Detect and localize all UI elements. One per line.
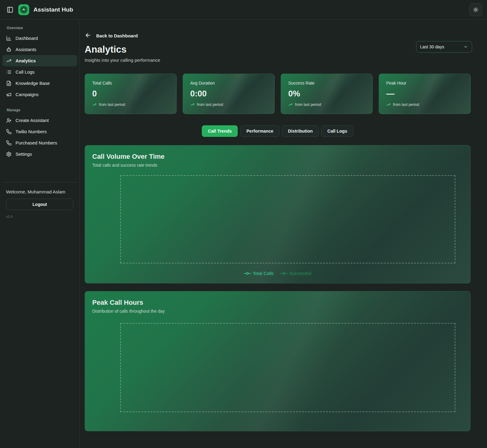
line-dot-legend-icon: [244, 272, 251, 275]
sidebar-item-label: Analytics: [16, 58, 36, 63]
sidebar-item-purchased-numbers[interactable]: Purchased Numbers: [2, 137, 77, 148]
trending-up-icon: [288, 102, 293, 107]
tab-call-trends[interactable]: Call Trends: [202, 125, 238, 137]
stat-card-total-calls: Total Calls 0 from last period: [85, 74, 177, 114]
app-title: Assistant Hub: [33, 6, 73, 13]
stat-card-peak-hour: Peak Hour — from last period: [379, 74, 471, 114]
stat-label: Avg Duration: [190, 81, 267, 85]
sidebar-item-label: Knowledge Base: [16, 81, 50, 86]
sidebar-section-manage: Manage: [2, 106, 77, 115]
phone-icon: [6, 140, 12, 146]
stat-value: 0: [92, 89, 169, 99]
panel-left-icon: [7, 6, 13, 13]
stat-label: Success Rate: [288, 81, 365, 85]
stat-footer-text: from last period: [295, 102, 321, 107]
panel-title: Call Volume Over Time: [92, 153, 463, 161]
file-text-icon: [6, 81, 12, 86]
megaphone-icon: [6, 92, 12, 97]
sidebar-item-dashboard[interactable]: Dashboard: [2, 33, 77, 44]
call-volume-panel: Call Volume Over Time Total calls and su…: [85, 145, 471, 283]
tab-distribution[interactable]: Distribution: [282, 125, 319, 137]
main-content: Back to Dashboard Analytics Insights int…: [80, 20, 487, 448]
sidebar-item-call-logs[interactable]: Call Logs: [2, 66, 77, 78]
analytics-tabs: Call Trends Performance Distribution Cal…: [85, 125, 471, 137]
peak-call-hours-panel: Peak Call Hours Distribution of calls th…: [85, 291, 471, 431]
sidebar: Overview Dashboard Assistants Analytics …: [0, 20, 80, 448]
legend-item-total-calls[interactable]: Total Calls: [244, 271, 274, 276]
stat-value: 0:00: [190, 89, 267, 99]
tab-performance[interactable]: Performance: [240, 125, 279, 137]
page-subtitle: Insights into your calling performance: [85, 57, 471, 63]
arrow-left-icon[interactable]: [85, 32, 92, 39]
date-range-value: Last 30 days: [420, 44, 444, 49]
trending-up-icon: [386, 102, 391, 107]
app-logo: [18, 4, 29, 15]
bot-icon: [6, 47, 12, 52]
sidebar-section-overview: Overview: [2, 24, 77, 33]
sidebar-item-settings[interactable]: Settings: [2, 148, 77, 160]
stat-value: —: [386, 89, 463, 99]
list-icon: [6, 69, 12, 75]
sidebar-item-label: Assistants: [16, 47, 36, 52]
back-to-dashboard[interactable]: Back to Dashboard: [85, 32, 471, 39]
user-plus-icon: [6, 118, 12, 123]
theme-toggle-button[interactable]: [469, 3, 482, 16]
version-text: v1.0: [6, 215, 73, 218]
legend-label: Total Calls: [253, 271, 274, 276]
call-volume-chart-area: [120, 175, 455, 263]
stat-card-avg-duration: Avg Duration 0:00 from last period: [183, 74, 275, 114]
stat-card-success-rate: Success Rate 0% from last period: [281, 74, 373, 114]
peak-hours-chart-area: [120, 323, 455, 412]
sidebar-item-label: Settings: [16, 151, 32, 157]
back-label[interactable]: Back to Dashboard: [96, 33, 138, 38]
stat-footer-text: from last period: [197, 102, 223, 107]
sidebar-item-analytics[interactable]: Analytics: [2, 55, 77, 66]
panel-subtitle: Distribution of calls throughout the day: [92, 309, 463, 314]
trending-up-icon: [92, 102, 96, 107]
sidebar-item-label: Dashboard: [16, 36, 38, 41]
sidebar-item-create-assistant[interactable]: Create Assistant: [2, 115, 77, 126]
legend-label: Successful: [289, 271, 311, 276]
phone-icon: [6, 129, 12, 134]
arrow-up-logo-icon: [20, 6, 27, 13]
trending-up-icon: [190, 102, 194, 107]
sidebar-item-label: Campaigns: [16, 92, 39, 97]
chevron-down-icon: [463, 44, 468, 49]
sun-icon: [473, 7, 478, 12]
stat-label: Total Calls: [92, 81, 169, 85]
stat-cards: Total Calls 0 from last period Avg Durat…: [85, 74, 471, 114]
stat-footer-text: from last period: [99, 102, 125, 107]
stat-value: 0%: [288, 89, 365, 99]
legend-item-successful[interactable]: Successful: [280, 271, 311, 276]
welcome-text: Welcome, Muhammad Aslam: [6, 189, 73, 194]
trending-up-icon: [6, 58, 12, 64]
sidebar-toggle-button[interactable]: [5, 5, 15, 15]
sidebar-item-label: Call Logs: [16, 69, 35, 75]
stat-footer-text: from last period: [393, 102, 419, 107]
sidebar-item-campaigns[interactable]: Campaigns: [2, 89, 77, 100]
logout-button[interactable]: Logout: [6, 199, 73, 210]
sidebar-bottom: Welcome, Muhammad Aslam Logout v1.0: [2, 182, 77, 218]
bar-chart-icon: [6, 36, 12, 41]
panel-title: Peak Call Hours: [92, 299, 463, 307]
sidebar-item-label: Twilio Numbers: [16, 129, 47, 134]
sidebar-item-twilio-numbers[interactable]: Twilio Numbers: [2, 126, 77, 137]
date-range-select[interactable]: Last 30 days: [416, 41, 472, 53]
topbar: Assistant Hub: [0, 0, 487, 20]
sidebar-item-label: Purchased Numbers: [16, 140, 57, 145]
sidebar-item-assistants[interactable]: Assistants: [2, 44, 77, 55]
tab-call-logs[interactable]: Call Logs: [321, 125, 353, 137]
page-title: Analytics: [85, 44, 471, 55]
stat-label: Peak Hour: [386, 81, 463, 85]
panel-subtitle: Total calls and success rate trends: [92, 163, 463, 168]
chart-legend: Total Calls Successful: [92, 271, 463, 276]
sidebar-item-knowledge-base[interactable]: Knowledge Base: [2, 78, 77, 89]
gear-icon: [6, 151, 12, 157]
sidebar-item-label: Create Assistant: [16, 118, 49, 123]
line-dot-legend-icon: [280, 272, 288, 275]
